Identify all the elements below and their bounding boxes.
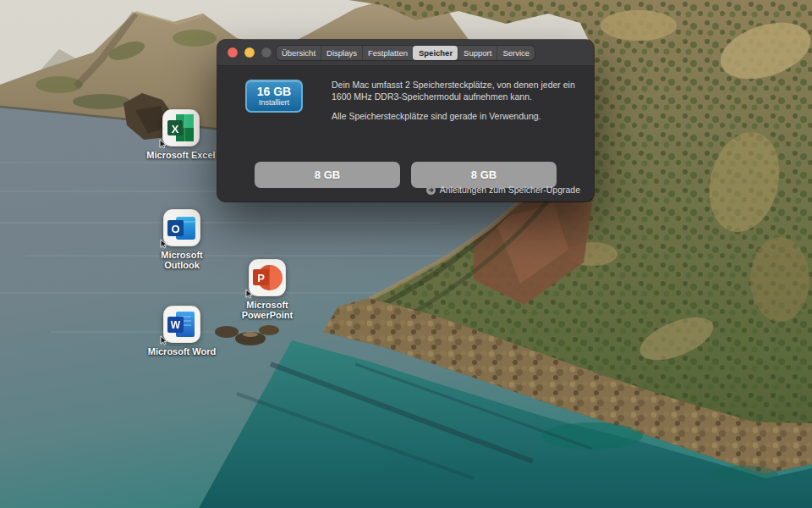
arrow-circle-icon — [426, 185, 436, 195]
alias-arrow-badge — [159, 239, 167, 249]
minimize-button[interactable] — [244, 47, 255, 58]
tab-displays[interactable]: Displays — [321, 46, 362, 60]
desktop-icon-powerpoint[interactable]: P Microsoft PowerPoint — [225, 258, 310, 320]
outlook-app-icon: O — [162, 208, 201, 247]
word-app-icon: W — [162, 305, 201, 344]
excel-app-icon: X — [162, 108, 200, 147]
svg-text:W: W — [171, 319, 181, 331]
memory-description: Dein Mac umfasst 2 Speichersteckplätze, … — [332, 79, 584, 122]
alias-arrow-badge — [158, 139, 167, 149]
alias-arrow-badge — [159, 335, 167, 345]
svg-text:P: P — [257, 272, 265, 284]
memory-total: 16 GB — [257, 86, 291, 98]
desktop-icon-outlook[interactable]: O Microsoft Outlook — [140, 208, 224, 270]
tab-speicher[interactable]: Speicher — [413, 46, 458, 60]
close-button[interactable] — [228, 47, 238, 58]
tab-uebersicht[interactable]: Übersicht — [277, 46, 321, 60]
tab-service[interactable]: Service — [497, 46, 535, 60]
memory-slot-1: 8 GB — [255, 162, 400, 188]
desktop-icon-word[interactable]: W Microsoft Word — [140, 305, 224, 356]
desktop-icon-excel[interactable]: X Microsoft Excel — [139, 108, 223, 160]
desktop-icon-label: Microsoft PowerPoint — [233, 300, 302, 320]
tab-festplatten[interactable]: Festplatten — [362, 46, 413, 60]
memory-installed-badge: 16 GB Installiert — [245, 80, 303, 113]
zoom-button[interactable] — [261, 47, 272, 58]
desktop-icon-label: Microsoft Outlook — [147, 250, 217, 270]
desktop-icon-label: Microsoft Word — [148, 346, 216, 356]
svg-text:X: X — [172, 123, 179, 135]
about-this-mac-window: Übersicht Displays Festplatten Speicher … — [217, 40, 594, 202]
memory-pane: 16 GB Installiert Dein Mac umfasst 2 Spe… — [217, 66, 594, 202]
window-titlebar[interactable]: Übersicht Displays Festplatten Speicher … — [217, 40, 594, 66]
memory-installed-caption: Installiert — [259, 98, 289, 108]
memory-upgrade-link-label: Anleitungen zum Speicher-Upgrade — [440, 185, 580, 195]
memory-description-line1: Dein Mac umfasst 2 Speichersteckplätze, … — [332, 79, 584, 102]
memory-description-line2: Alle Speichersteckplätze sind gerade in … — [332, 110, 584, 122]
desktop-icon-label: Microsoft Excel — [146, 150, 215, 160]
powerpoint-app-icon: P — [248, 258, 287, 297]
memory-upgrade-link[interactable]: Anleitungen zum Speicher-Upgrade — [426, 185, 580, 195]
window-tab-bar: Übersicht Displays Festplatten Speicher … — [277, 46, 535, 60]
svg-text:O: O — [171, 223, 179, 235]
tab-support[interactable]: Support — [458, 46, 497, 60]
alias-arrow-badge — [244, 289, 253, 299]
